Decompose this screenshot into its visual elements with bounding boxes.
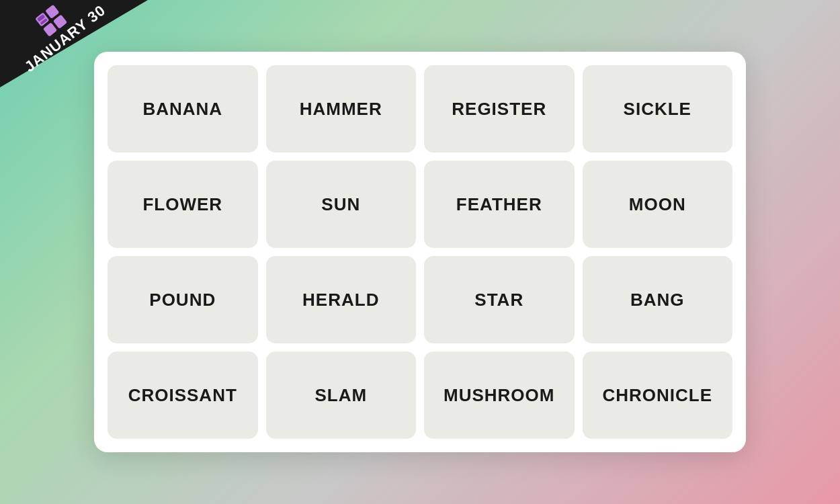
word-tile-mushroom[interactable]: MUSHROOM bbox=[424, 351, 575, 439]
word-tile-moon[interactable]: MOON bbox=[583, 161, 733, 248]
svg-rect-0 bbox=[35, 12, 49, 26]
word-tile-croissant[interactable]: CROISSANT bbox=[108, 351, 258, 439]
word-label: FLOWER bbox=[136, 194, 229, 215]
main-card: BANANAHAMMERREGISTERSICKLEFLOWERSUNFEATH… bbox=[94, 52, 746, 452]
word-label: HAMMER bbox=[293, 99, 389, 120]
word-tile-chronicle[interactable]: CHRONICLE bbox=[583, 351, 733, 439]
word-tile-register[interactable]: REGISTER bbox=[424, 65, 575, 153]
word-tile-slam[interactable]: SLAM bbox=[266, 351, 417, 439]
word-label: BANANA bbox=[136, 99, 229, 120]
word-label: POUND bbox=[142, 290, 222, 310]
word-label: SLAM bbox=[308, 385, 374, 406]
word-tile-herald[interactable]: HERALD bbox=[266, 256, 417, 343]
word-label: MUSHROOM bbox=[437, 385, 561, 406]
word-label: CROISSANT bbox=[122, 385, 244, 406]
word-tile-sun[interactable]: SUN bbox=[266, 161, 417, 248]
word-label: MOON bbox=[622, 194, 693, 215]
word-label: FEATHER bbox=[450, 194, 549, 215]
word-tile-star[interactable]: STAR bbox=[424, 256, 575, 343]
word-tile-hammer[interactable]: HAMMER bbox=[266, 65, 417, 153]
word-label: REGISTER bbox=[445, 99, 553, 120]
word-grid: BANANAHAMMERREGISTERSICKLEFLOWERSUNFEATH… bbox=[108, 65, 732, 439]
word-tile-feather[interactable]: FEATHER bbox=[424, 161, 575, 248]
corner-banner: JANUARY 30 bbox=[0, 0, 148, 87]
svg-rect-1 bbox=[45, 5, 59, 19]
word-label: CHRONICLE bbox=[595, 385, 719, 406]
word-tile-flower[interactable]: FLOWER bbox=[108, 161, 258, 248]
word-label: SUN bbox=[314, 194, 367, 215]
word-tile-sickle[interactable]: SICKLE bbox=[583, 65, 733, 153]
word-label: STAR bbox=[468, 290, 530, 310]
word-tile-bang[interactable]: BANG bbox=[583, 256, 733, 343]
word-label: HERALD bbox=[296, 290, 386, 310]
word-tile-pound[interactable]: POUND bbox=[108, 256, 258, 343]
word-label: BANG bbox=[624, 290, 691, 310]
word-label: SICKLE bbox=[617, 99, 698, 120]
